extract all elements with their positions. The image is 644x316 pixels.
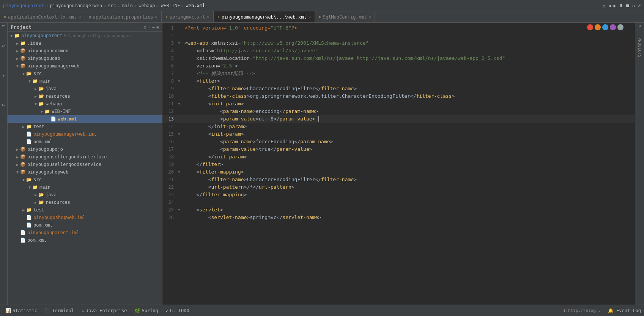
editor-content[interactable]: 1 <?xml version="1.0" encoding="UTF-8"?>…: [162, 23, 635, 305]
breadcrumb-main[interactable]: main: [122, 3, 133, 8]
tree-label-test2: test: [33, 207, 44, 213]
tree-arrow-webinf: ▼: [39, 110, 44, 114]
right-panel-icon-1[interactable]: P: [638, 24, 641, 29]
tab-close-springmvc[interactable]: ✕: [207, 15, 209, 19]
tree-arrow-src2: ▼: [21, 178, 26, 182]
tree-item-sellergoodsservice[interactable]: ▶ 📦 pinyougousellergoodsservice: [8, 161, 162, 168]
tree-item-common[interactable]: ▶ 📦 pinyougoucommon: [8, 47, 162, 55]
tree-item-webapp[interactable]: ▼ 📁 webapp: [8, 100, 162, 108]
tree-item-resources1[interactable]: ▶ 📂 resources: [8, 92, 162, 100]
structure-panel-icon[interactable]: S: [1, 45, 6, 48]
project-icon: 📁: [14, 33, 20, 39]
fold-arrow-11[interactable]: ▼: [178, 100, 182, 104]
event-log-button[interactable]: 🔔 Event Log: [608, 308, 641, 313]
breadcrumb-webinf[interactable]: WEB-INF: [161, 3, 180, 8]
tree-item-java2[interactable]: ▶ 📂 java: [8, 191, 162, 199]
stop-icon[interactable]: ⏹: [625, 3, 630, 8]
tab-close-applicationcontext[interactable]: ✕: [79, 15, 81, 19]
status-btn-statistic[interactable]: 📊 Statistic: [3, 307, 39, 314]
tree-item-src2[interactable]: ▼ 📂 src: [8, 176, 162, 183]
webapp-folder-icon: 📁: [38, 101, 44, 107]
fold-arrow-8[interactable]: ▼: [178, 77, 182, 81]
favorites-panel-icon[interactable]: ★: [2, 73, 5, 78]
tab-springmvc[interactable]: x springmvc.xml ✕: [162, 11, 214, 22]
tree-item-main1[interactable]: ▼ 📁 main: [8, 77, 162, 85]
tree-item-shopweb-iml[interactable]: ▶ 📄 pinyougoshopweb.iml: [8, 214, 162, 221]
tab-applicationcontext[interactable]: x applicationContext-tx.xml ✕: [0, 11, 85, 22]
tab-webxml[interactable]: x pinyougoumanagerweb\...\web.xml ✕: [214, 11, 315, 22]
color-circle-4[interactable]: [610, 24, 616, 30]
color-circle-2[interactable]: [595, 24, 601, 30]
src-folder-icon: 📂: [26, 70, 32, 77]
tab-icon-props: p: [89, 15, 91, 19]
sidebar-expand-all-icon[interactable]: ≡: [156, 25, 159, 30]
tree-label-src1: src: [33, 71, 42, 76]
tree-item-pom1[interactable]: ▶ 📄 pom.xml: [8, 138, 162, 145]
sidebar-settings-icon[interactable]: ⚙: [143, 25, 146, 30]
tree-item-src1[interactable]: ▼ 📂 src: [8, 70, 162, 77]
nav-right-icon[interactable]: ▶: [614, 3, 616, 8]
tree-item-dao[interactable]: ▶ 📦 pinyougoudao: [8, 55, 162, 62]
terminal-icon: ⬛: [45, 308, 50, 313]
line-code-11: <init-param>: [183, 100, 635, 108]
fold-arrow-25[interactable]: ▼: [178, 206, 182, 210]
tree-item-resources2[interactable]: ▶ 📂 resources: [8, 199, 162, 206]
reload-icon[interactable]: ↺: [632, 3, 635, 8]
right-panel-icon-2[interactable]: PROJECTS: [637, 38, 642, 58]
pause-icon[interactable]: ⏸: [619, 3, 623, 8]
tree-item-managerweb[interactable]: ▼ 📦 pinyougoumanagerweb: [8, 62, 162, 70]
color-circle-5[interactable]: [617, 24, 624, 30]
code-line-11: 11 ▼ <init-param>: [162, 100, 635, 108]
status-btn-java-enterprise[interactable]: ☕ Java Enterprise: [79, 307, 129, 314]
sort-icon[interactable]: ⇅: [603, 3, 606, 9]
tree-item-webinf[interactable]: ▼ 📁 WEB-INF: [8, 108, 162, 115]
nav-left-icon[interactable]: ◀: [608, 3, 611, 8]
tree-item-root[interactable]: ▼ 📁 pinyougouparent E:\shanghai34\pinyou…: [8, 32, 162, 39]
tree-item-parent-iml[interactable]: ▶ 📄 pinyougouparent.iml: [8, 229, 162, 236]
fold-arrow-15[interactable]: ▼: [178, 130, 182, 134]
tree-item-java1[interactable]: ▶ 📂 java: [8, 85, 162, 92]
sidebar-collapse-icon[interactable]: —: [152, 25, 155, 30]
status-btn-spring[interactable]: 🌿 Spring: [132, 307, 160, 314]
tree-item-pojo[interactable]: ▶ 📦 pinyougoupojo: [8, 145, 162, 153]
tab-sqlmap[interactable]: x SqlMapConfig.xml ✕: [315, 11, 375, 22]
line-code-12: <param-name>encoding</param-name>: [183, 108, 635, 115]
sidebar-add-icon[interactable]: +: [148, 25, 150, 30]
sellergoodsservice-module-icon: 📦: [20, 161, 26, 167]
color-circle-1[interactable]: [587, 24, 593, 30]
tree-item-pom3[interactable]: ▶ 📄 pom.xml: [8, 236, 162, 244]
tree-item-test2[interactable]: ▶ 📁 test: [8, 206, 162, 214]
tree-arrow-common: ▶: [15, 49, 20, 53]
line-num-18: 18: [162, 153, 177, 161]
breadcrumb-webapp[interactable]: webapp: [139, 3, 155, 8]
tab-close-sqlmap[interactable]: ✕: [368, 15, 371, 19]
status-btn-todo[interactable]: ✓ 6: TODO: [164, 307, 192, 314]
tree-item-pom2[interactable]: ▶ 📄 pom.xml: [8, 221, 162, 229]
expand-icon[interactable]: ⤢: [637, 3, 641, 8]
status-btn-terminal[interactable]: ⬛ Terminal: [43, 307, 76, 314]
tree-item-webxml[interactable]: ▶ 📄 web.xml: [8, 115, 162, 123]
tree-label-managerweb: pinyougoumanagerweb: [27, 63, 79, 69]
breadcrumb-project[interactable]: pinyougouparent: [3, 3, 44, 8]
code-line-12: 12 <param-name>encoding</param-name>: [162, 108, 635, 115]
tab-close-webxml[interactable]: ✕: [309, 15, 311, 19]
code-line-23: 23 </filter-mapping>: [162, 191, 635, 199]
breadcrumb-src[interactable]: src: [108, 3, 116, 8]
tree-item-test1[interactable]: ▶ 📁 test: [8, 123, 162, 130]
fold-arrow-20[interactable]: ▼: [178, 168, 182, 172]
tree-item-sellergoodsinterface[interactable]: ▶ 📦 pinyougousellergoodsinterface: [8, 153, 162, 161]
line-code-5: xsi:schemaLocation="http://java.sun.com/…: [183, 55, 635, 62]
color-circle-3[interactable]: [602, 24, 608, 30]
project-panel-icon[interactable]: 1: [1, 24, 6, 27]
panel-2-icon[interactable]: 2: [1, 104, 6, 106]
tree-item-main2[interactable]: ▼ 📁 main: [8, 183, 162, 191]
gutter-20: ▼: [177, 168, 183, 172]
tab-close-properties[interactable]: ✕: [155, 15, 157, 19]
tab-properties[interactable]: p application.properties ✕: [85, 11, 162, 22]
fold-arrow-3[interactable]: ▼: [178, 39, 182, 43]
tree-item-shopweb[interactable]: ▼ 📦 pinyougoshopweb: [8, 168, 162, 176]
tree-item-managerweb-iml[interactable]: ▶ 📄 pinyougoumanagerweb.iml: [8, 130, 162, 138]
breadcrumb-module[interactable]: pinyougoumanagerweb: [50, 3, 102, 8]
resources-folder-icon: 📂: [38, 93, 44, 99]
tree-item-idea[interactable]: ▶ 📁 .idea: [8, 39, 162, 47]
